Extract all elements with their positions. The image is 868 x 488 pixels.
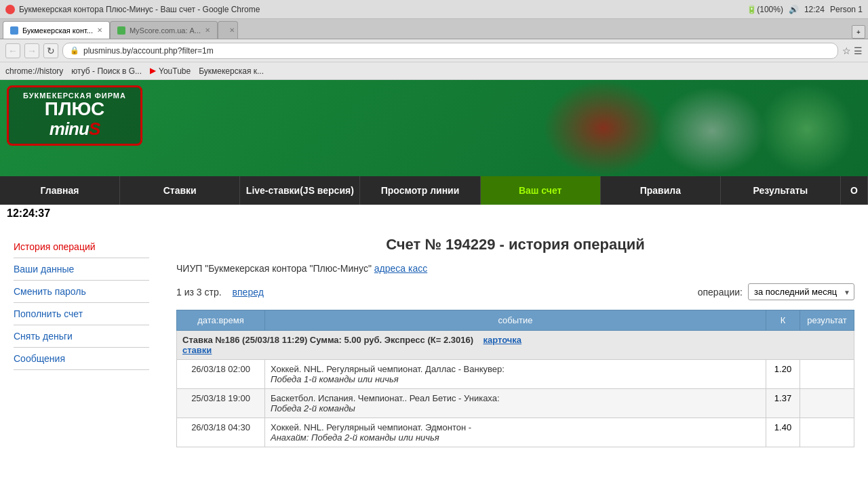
- sidebar-item-changepass[interactable]: Сменить пароль: [14, 281, 149, 303]
- event-result-3: [800, 418, 854, 447]
- bets-link[interactable]: ставки: [182, 345, 212, 355]
- table-row: 26/03/18 02:00 Хоккей. NHL. Регулярный ч…: [177, 360, 854, 389]
- col-result: результат: [800, 310, 854, 331]
- event-result-1: [800, 360, 854, 389]
- new-tab-button[interactable]: +: [852, 25, 865, 39]
- main-nav: Главная Ставки Live-ставки(JS версия) Пр…: [0, 176, 868, 205]
- table-header-row: дата:время событие К результат: [177, 310, 854, 331]
- bet-info-text: Ставка №186 (25/03/18 11:29) Сумма: 5.00…: [182, 335, 473, 345]
- sidebar-item-topup[interactable]: Пополнить счет: [14, 303, 149, 325]
- sidebar: История операций Ваши данные Сменить пар…: [0, 222, 156, 488]
- volume-icon: 🔊: [789, 5, 799, 14]
- filter-select[interactable]: за последний месяц за неделю за день за …: [748, 283, 854, 300]
- table-row: 26/03/18 04:30 Хоккей. NHL. Регулярный ч…: [177, 418, 854, 447]
- event-datetime-1: 26/03/18 02:00: [177, 360, 265, 389]
- table-row: 25/03/18 19:00 Баскетбол. Испания. Чемпи…: [177, 389, 854, 418]
- event-coeff-2: 1.37: [766, 389, 800, 418]
- sidebar-item-withdraw[interactable]: Снять деньги: [14, 325, 149, 348]
- filter-label: операции:: [698, 287, 743, 298]
- col-coeff: К: [766, 310, 800, 331]
- col-datetime: дата:время: [177, 310, 265, 331]
- chrome-icon: [5, 5, 15, 14]
- site-logo: БУКМЕКЕРСКАЯ ФИРМА ПЛЮС minuS: [7, 85, 142, 170]
- forward-button[interactable]: →: [24, 43, 39, 58]
- bookmark-youtube[interactable]: ▶ YouTube: [150, 66, 191, 76]
- bookmark-history[interactable]: chrome://history: [5, 66, 63, 76]
- site-banner: БУКМЕКЕРСКАЯ ФИРМА ПЛЮС minuS: [0, 80, 868, 176]
- page-content: История операций Ваши данные Сменить пар…: [0, 222, 868, 488]
- tab-close-2[interactable]: ✕: [205, 26, 210, 34]
- bookmark-ytsearch-label: ютуб - Поиск в G...: [71, 66, 142, 76]
- user-label: Person 1: [830, 5, 863, 14]
- event-desc-3: Хоккей. NHL. Регулярный чемпионат. Эдмон…: [265, 418, 766, 447]
- reload-button[interactable]: ↻: [43, 43, 58, 58]
- star-icon[interactable]: ☆: [842, 45, 851, 56]
- bet-info-cell: Ставка №186 (25/03/18 11:29) Сумма: 5.00…: [177, 331, 854, 360]
- logo-main-text: ПЛЮС: [45, 100, 105, 119]
- nav-live[interactable]: Live-ставки(JS версия): [240, 176, 360, 205]
- nav-bar: ← → ↻ 🔒 plusminus.by/account.php?filter=…: [0, 39, 868, 62]
- youtube-icon: ▶: [150, 66, 155, 75]
- tab-favicon-1: [10, 26, 18, 35]
- bookmarks-bar: chrome://history ютуб - Поиск в G... ▶ Y…: [0, 62, 868, 80]
- battery-status: 🔋(100%): [747, 5, 783, 14]
- card-link[interactable]: карточка: [483, 335, 521, 345]
- tab-label-1: Букмекерская конт...: [22, 26, 93, 35]
- sidebar-item-messages[interactable]: Сообщения: [14, 348, 149, 370]
- tab-myscore[interactable]: MyScore.com.ua: А... ✕: [110, 21, 218, 39]
- bookmark-bookmaker[interactable]: Букмекерская к...: [199, 66, 264, 76]
- nav-rules[interactable]: Правила: [601, 176, 721, 205]
- athlete-1: [542, 80, 665, 176]
- event-datetime-2: 25/03/18 19:00: [177, 389, 265, 418]
- sidebar-item-mydata[interactable]: Ваши данные: [14, 258, 149, 281]
- event-desc-2: Баскетбол. Испания. Чемпионат.. Реал Бет…: [265, 389, 766, 418]
- addresses-link[interactable]: адреса касс: [374, 263, 427, 274]
- company-info: ЧИУП "Букмекерская контора "Плюс-Минус" …: [176, 263, 854, 274]
- back-button[interactable]: ←: [5, 43, 20, 58]
- tab-bookmaker[interactable]: Букмекерская конт... ✕: [3, 21, 110, 39]
- window-title: Букмекерская контора Плюс-Минус - Ваш сч…: [19, 5, 260, 14]
- clock-time: 12:24:37: [7, 207, 50, 219]
- bookmark-bookmaker-label: Букмекерская к...: [199, 66, 264, 76]
- athlete-3: [760, 83, 854, 175]
- athlete-2: [658, 87, 766, 175]
- bet-row: Ставка №186 (25/03/18 11:29) Сумма: 5.00…: [177, 331, 854, 360]
- bookmark-history-label: chrome://history: [5, 66, 63, 76]
- page-title: Счет № 194229 - история операций: [176, 236, 854, 253]
- event-coeff-3: 1.40: [766, 418, 800, 447]
- tab-favicon-2: [117, 26, 125, 35]
- nav-lines[interactable]: Просмотр линии: [360, 176, 480, 205]
- tab-close-1[interactable]: ✕: [97, 26, 102, 34]
- bookmark-youtube-search[interactable]: ютуб - Поиск в G...: [71, 66, 142, 76]
- nav-results[interactable]: Результаты: [721, 176, 841, 205]
- pagination-row: 1 из 3 стр. вперед операции: за последни…: [176, 283, 854, 300]
- nav-more[interactable]: О: [841, 176, 868, 205]
- event-desc-1: Хоккей. NHL. Регулярный чемпионат. Далла…: [265, 360, 766, 389]
- sidebar-item-history[interactable]: История операций: [14, 236, 149, 258]
- menu-icon[interactable]: ☰: [854, 45, 863, 56]
- tab-bar: Букмекерская конт... ✕ MyScore.com.ua: А…: [0, 19, 868, 39]
- url-bar[interactable]: 🔒 plusminus.by/account.php?filter=1m: [62, 43, 838, 59]
- next-page-link[interactable]: вперед: [233, 287, 264, 298]
- filter-select-wrapper: за последний месяц за неделю за день за …: [748, 283, 854, 300]
- nav-main[interactable]: Главная: [0, 176, 120, 205]
- operations-table: дата:время событие К результат Ставка №1…: [176, 310, 854, 447]
- tab-close-3[interactable]: ✕: [229, 26, 235, 34]
- col-event: событие: [265, 310, 766, 331]
- nav-bets[interactable]: Ставки: [120, 176, 240, 205]
- clock-bar: 12:24:37: [0, 205, 868, 222]
- tab-empty[interactable]: ✕: [218, 21, 238, 39]
- event-coeff-1: 1.20: [766, 360, 800, 389]
- filter-section: операции: за последний месяц за неделю з…: [698, 283, 854, 300]
- event-datetime-3: 26/03/18 04:30: [177, 418, 265, 447]
- ssl-icon: 🔒: [70, 46, 79, 55]
- logo-sub-text: minuS: [50, 119, 100, 140]
- title-bar: Букмекерская контора Плюс-Минус - Ваш сч…: [0, 0, 868, 19]
- nav-account[interactable]: Ваш счет: [481, 176, 601, 205]
- clock-display: 12:24: [804, 5, 825, 14]
- tab-label-2: MyScore.com.ua: А...: [130, 26, 201, 35]
- url-text: plusminus.by/account.php?filter=1m: [83, 46, 831, 56]
- pagination-info: 1 из 3 стр.: [176, 287, 222, 298]
- main-area: Счет № 194229 - история операций ЧИУП "Б…: [156, 222, 868, 488]
- event-result-2: [800, 389, 854, 418]
